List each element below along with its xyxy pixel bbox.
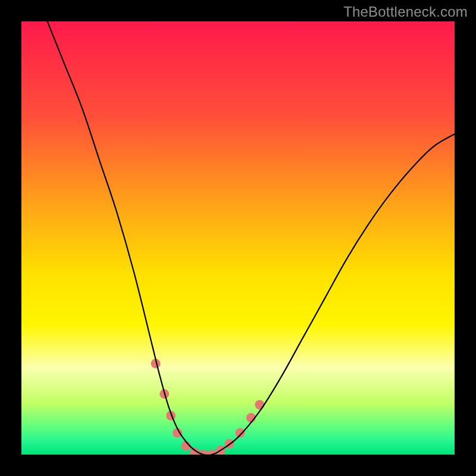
bottleneck-curve <box>48 21 455 455</box>
highlight-dot <box>236 428 245 438</box>
plot-area <box>21 21 455 455</box>
highlight-dot <box>190 447 199 455</box>
watermark-text: TheBottleneck.com <box>343 4 468 20</box>
highlight-dot <box>255 400 264 409</box>
curve-layer <box>21 21 455 455</box>
chart-frame: TheBottleneck.com <box>0 0 476 476</box>
